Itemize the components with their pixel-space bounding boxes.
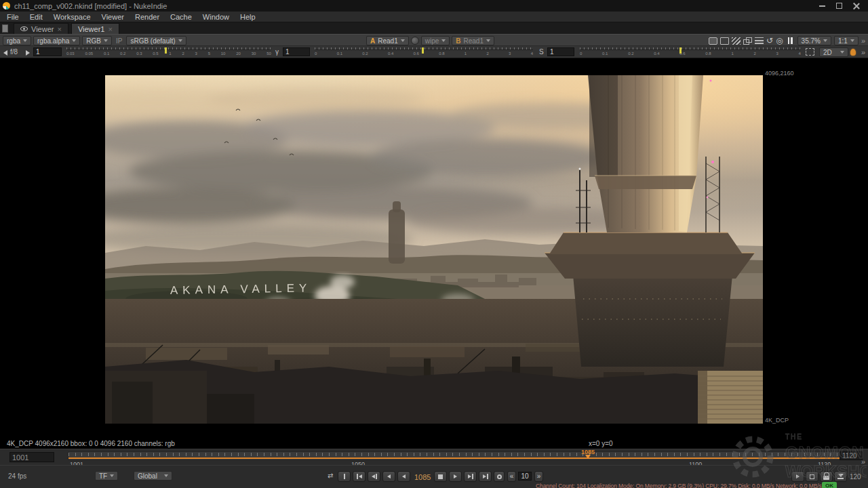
loop-toggle-button[interactable] — [494, 471, 505, 482]
wipe-mode-select[interactable]: wipe — [421, 36, 450, 45]
monitor-out-icon[interactable] — [709, 37, 717, 45]
wipe-overlay-icon[interactable] — [743, 37, 752, 45]
goto-end-button[interactable] — [479, 471, 492, 482]
menu-file[interactable]: File — [1, 13, 24, 21]
saturation-input[interactable] — [547, 47, 574, 56]
tab-viewer[interactable]: Viewer × — [14, 23, 68, 34]
range-end-input[interactable] — [840, 451, 863, 460]
range-start-input[interactable] — [9, 452, 54, 462]
tick-label: 3 — [776, 52, 778, 56]
menu-help[interactable]: Help — [235, 13, 261, 21]
tab-close-icon[interactable]: × — [108, 25, 112, 33]
tick-label: 50 — [267, 52, 271, 56]
playhead[interactable]: 1085 — [578, 449, 598, 459]
image-info: 4K_DCP 4096x2160 bbox: 0 0 4096 2160 cha… — [7, 440, 175, 447]
fps-label[interactable]: 24 fps — [8, 472, 26, 480]
gain-slider-marker[interactable] — [165, 47, 167, 54]
tab-close-icon[interactable]: × — [57, 25, 61, 33]
saturation-slider[interactable]: 00.10.20.40.60.81234 — [580, 47, 801, 58]
fstop-label[interactable]: f/8 — [10, 48, 18, 56]
frame-overlay-icon[interactable] — [720, 37, 729, 45]
input-b-select[interactable]: BRead1 — [452, 36, 494, 45]
step-forward-button[interactable] — [464, 471, 477, 482]
toolbar-overflow-icon[interactable]: » — [861, 48, 865, 56]
tick-label: 0 — [315, 52, 317, 56]
roi-icon[interactable] — [806, 48, 814, 56]
gain-gamma-toolbar: f/8 0.030.050.10.20.30.5123510203050 γ 0… — [0, 46, 868, 58]
gamma-slider-labels: 00.10.20.40.60.81234 — [315, 52, 533, 56]
tick-label: 4 — [531, 52, 533, 56]
lock-range-button[interactable] — [820, 471, 833, 482]
frame-increment-input[interactable] — [518, 472, 532, 481]
input-process-toggle[interactable]: IP — [114, 37, 124, 45]
toolbar-overflow-icon[interactable]: » — [861, 37, 865, 45]
nuke-logo-icon — [3, 2, 10, 9]
chevron-down-icon — [486, 39, 490, 42]
input-a-select[interactable]: ARead1 — [366, 36, 409, 45]
maximize-icon[interactable] — [836, 3, 842, 9]
menu-render[interactable]: Render — [130, 13, 165, 21]
proxy-select[interactable]: 1:1 — [834, 36, 859, 45]
checkerboard-icon[interactable] — [732, 37, 741, 45]
render-progress-icon[interactable] — [850, 49, 856, 56]
gamma-input[interactable] — [283, 47, 310, 56]
timeline-mode-select[interactable]: TF — [95, 471, 118, 481]
in-point-button[interactable] — [338, 471, 351, 482]
menu-viewer[interactable]: Viewer — [96, 13, 130, 21]
view-mode-select[interactable]: 2D — [819, 47, 848, 57]
channel-display-select[interactable]: RGB — [82, 36, 112, 45]
prev-increment-button[interactable] — [368, 471, 380, 482]
gain-decrease-icon[interactable] — [3, 50, 7, 56]
menu-workspace[interactable]: Workspace — [48, 13, 96, 21]
flipbook-stop-button[interactable] — [806, 471, 818, 482]
layer-select[interactable]: rgba — [3, 36, 31, 45]
tick-label: 0.5 — [153, 52, 158, 56]
viewer-lut-select[interactable]: sRGB (default) — [126, 36, 186, 45]
tab-viewer1[interactable]: Viewer1 × — [71, 23, 119, 34]
tick-label: 1 — [731, 52, 733, 56]
gain-increase-icon[interactable] — [26, 50, 30, 56]
frame-range-select[interactable]: Global — [134, 471, 172, 481]
menu-cache[interactable]: Cache — [165, 13, 197, 21]
menu-edit[interactable]: Edit — [24, 13, 48, 21]
close-icon[interactable] — [853, 3, 860, 9]
zoom-level-select[interactable]: 35.7% — [797, 36, 831, 45]
chevron-down-icon — [441, 39, 446, 42]
goto-start-button[interactable] — [353, 471, 366, 482]
minimize-icon[interactable] — [819, 5, 825, 7]
gain-slider-labels: 0.030.050.10.20.30.5123510203050 — [66, 52, 271, 56]
wipe-center-handle[interactable] — [411, 37, 419, 45]
scanline-icon[interactable] — [755, 37, 764, 45]
current-frame-display[interactable]: 1085 — [414, 473, 431, 481]
cache-download-button[interactable] — [834, 471, 847, 482]
pause-render-icon[interactable] — [786, 37, 795, 45]
update-icon[interactable]: ◎ — [776, 37, 783, 45]
gamma-slider-marker[interactable] — [422, 47, 424, 54]
tick-label: 1 — [465, 52, 467, 56]
pane-icon[interactable] — [2, 24, 8, 33]
flipbook-play-button[interactable] — [791, 471, 804, 482]
tick-label: 0.1 — [337, 52, 342, 56]
menu-window[interactable]: Window — [197, 13, 235, 21]
skip-back-button[interactable]: « — [507, 471, 516, 482]
gain-slider[interactable]: 0.030.050.10.20.30.5123510203050 — [66, 47, 271, 58]
timeline-ruler[interactable] — [68, 451, 845, 460]
chevron-down-icon — [23, 39, 27, 42]
gain-input[interactable] — [33, 47, 62, 56]
loop-mode-icon[interactable]: ⇄ — [328, 472, 333, 479]
stop-button[interactable] — [434, 471, 447, 482]
alpha-layer-select[interactable]: rgba.alpha — [33, 36, 80, 45]
saturation-slider-marker[interactable] — [679, 47, 682, 54]
gamma-slider[interactable]: 00.10.20.40.60.81234 — [315, 47, 533, 58]
tick-label: 0.1 — [602, 52, 608, 56]
skip-forward-button[interactable]: » — [534, 471, 543, 482]
refresh-icon[interactable]: ↺ — [766, 37, 773, 45]
viewer-viewport[interactable]: 4096,2160 4K_DCP — [0, 58, 868, 439]
step-back-button[interactable] — [382, 471, 395, 482]
gamma-label: γ — [275, 48, 279, 56]
tick-label: 10 — [221, 52, 226, 56]
cursor-position: x=0 y=0 — [589, 440, 613, 447]
play-button[interactable] — [449, 471, 462, 482]
chevron-down-icon — [110, 474, 114, 477]
play-backward-button[interactable] — [397, 471, 410, 482]
